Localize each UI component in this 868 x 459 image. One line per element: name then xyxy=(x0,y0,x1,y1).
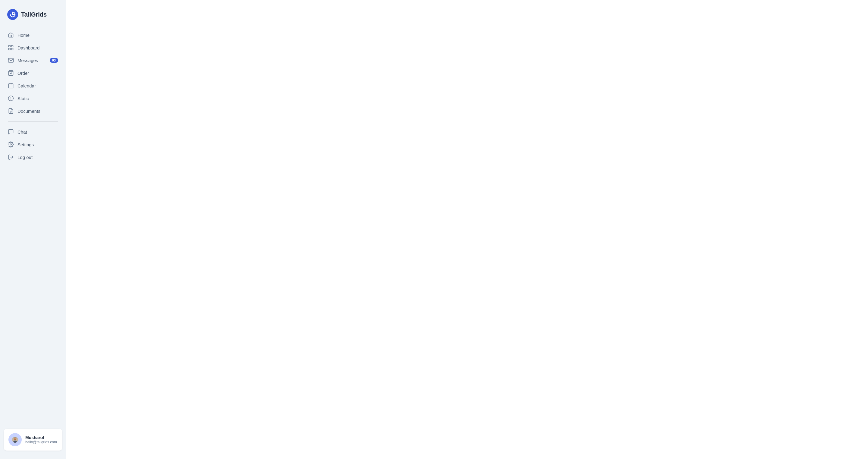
sidebar-item-home[interactable]: Home xyxy=(4,29,62,41)
sidebar-item-logout[interactable]: Log out xyxy=(4,151,62,163)
sidebar-item-order[interactable]: Order xyxy=(4,67,62,79)
sidebar-item-calendar-label: Calendar xyxy=(18,83,36,88)
svg-rect-4 xyxy=(11,48,13,50)
sidebar-item-settings-label: Settings xyxy=(18,142,34,147)
sidebar-item-dashboard-label: Dashboard xyxy=(18,45,39,50)
svg-rect-3 xyxy=(9,48,10,50)
logo-icon xyxy=(7,9,18,20)
order-icon xyxy=(8,70,14,76)
svg-rect-7 xyxy=(9,84,13,88)
sidebar: TailGrids Home Dashbo xyxy=(0,0,66,459)
chat-icon xyxy=(8,129,14,135)
messages-badge: 03 xyxy=(50,58,58,63)
sidebar-item-order-label: Order xyxy=(18,70,29,76)
sidebar-item-documents[interactable]: Documents xyxy=(4,105,62,117)
svg-point-22 xyxy=(13,440,17,443)
sidebar-item-settings[interactable]: Settings xyxy=(4,138,62,150)
avatar xyxy=(8,433,22,446)
logout-icon xyxy=(8,154,14,160)
logo-area: TailGrids xyxy=(0,6,66,29)
sidebar-item-messages[interactable]: Messages 03 xyxy=(4,54,62,66)
sidebar-item-chat[interactable]: Chat xyxy=(4,126,62,138)
static-icon xyxy=(8,95,14,101)
sidebar-item-documents-label: Documents xyxy=(18,109,40,114)
documents-icon xyxy=(8,108,14,114)
sidebar-item-static-label: Static xyxy=(18,96,29,101)
sidebar-item-chat-label: Chat xyxy=(18,130,27,135)
svg-point-21 xyxy=(14,439,16,440)
settings-icon xyxy=(8,141,14,147)
primary-nav: Home Dashboard Messages xyxy=(0,29,66,424)
dashboard-icon xyxy=(8,45,14,51)
user-info: Musharof hello@tailgrids.com xyxy=(25,435,57,444)
svg-rect-2 xyxy=(11,46,13,47)
sidebar-item-static[interactable]: Static xyxy=(4,92,62,104)
svg-rect-5 xyxy=(8,58,13,62)
user-name: Musharof xyxy=(25,435,57,440)
home-icon xyxy=(8,32,14,38)
main-content xyxy=(66,0,868,459)
sidebar-item-dashboard[interactable]: Dashboard xyxy=(4,41,62,54)
sidebar-item-home-label: Home xyxy=(18,33,30,38)
avatar-image xyxy=(12,437,18,443)
user-card: Musharof hello@tailgrids.com xyxy=(4,429,62,451)
sidebar-item-logout-label: Log out xyxy=(18,155,33,160)
messages-icon xyxy=(8,57,14,63)
sidebar-item-calendar[interactable]: Calendar xyxy=(4,80,62,92)
svg-point-16 xyxy=(10,144,12,145)
sidebar-item-messages-label: Messages xyxy=(18,58,38,63)
svg-rect-1 xyxy=(9,46,10,47)
calendar-icon xyxy=(8,83,14,89)
user-email: hello@tailgrids.com xyxy=(25,440,57,444)
nav-divider xyxy=(8,121,58,121)
brand-name: TailGrids xyxy=(21,11,47,18)
